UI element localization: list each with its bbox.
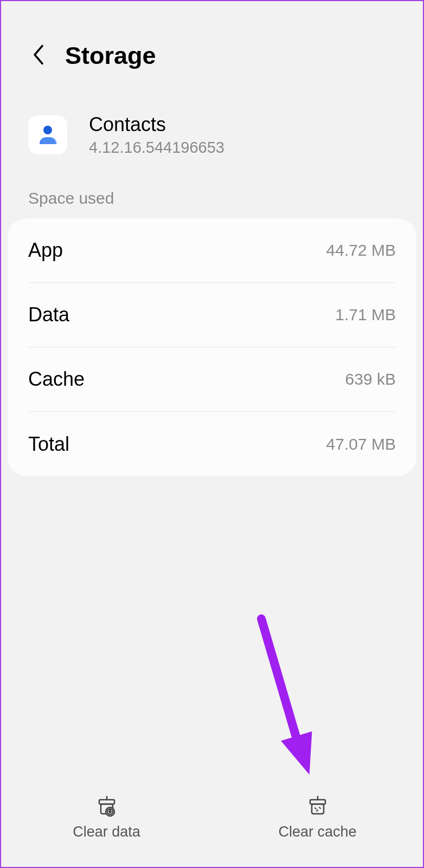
- row-label: Data: [28, 303, 69, 326]
- row-value: 44.72 MB: [326, 241, 396, 260]
- section-label: Space used: [1, 189, 423, 218]
- svg-line-1: [261, 619, 300, 752]
- clear-data-button[interactable]: Clear data: [1, 780, 212, 853]
- row-value: 639 kB: [345, 370, 396, 388]
- header: Storage: [1, 1, 423, 92]
- storage-row-cache: Cache 639 kB: [28, 347, 396, 412]
- row-label: Total: [28, 433, 69, 456]
- row-label: App: [28, 239, 63, 262]
- clear-data-icon: [95, 793, 119, 817]
- svg-rect-9: [312, 804, 324, 814]
- back-button[interactable]: [31, 43, 46, 68]
- row-value: 47.07 MB: [326, 435, 396, 454]
- back-icon: [31, 43, 46, 66]
- storage-row-total: Total 47.07 MB: [28, 412, 396, 476]
- row-label: Cache: [28, 368, 85, 391]
- app-info-section: Contacts 4.12.16.544196653: [1, 92, 423, 189]
- storage-card: App 44.72 MB Data 1.71 MB Cache 639 kB T…: [8, 218, 416, 476]
- storage-row-app: App 44.72 MB: [28, 218, 396, 283]
- clear-data-label: Clear data: [73, 824, 140, 840]
- clear-cache-label: Clear cache: [278, 824, 356, 840]
- row-value: 1.71 MB: [335, 306, 396, 324]
- clear-cache-icon: [306, 793, 330, 817]
- app-icon: [28, 115, 67, 154]
- page-title: Storage: [65, 42, 156, 70]
- storage-row-data: Data 1.71 MB: [28, 283, 396, 347]
- bottom-action-bar: Clear data Clear cache: [1, 780, 423, 867]
- svg-point-0: [43, 126, 52, 134]
- annotation-arrow: [240, 613, 332, 787]
- contacts-icon: [35, 122, 60, 147]
- app-version: 4.12.16.544196653: [89, 139, 224, 157]
- app-name: Contacts: [89, 113, 224, 136]
- clear-cache-button[interactable]: Clear cache: [212, 780, 423, 853]
